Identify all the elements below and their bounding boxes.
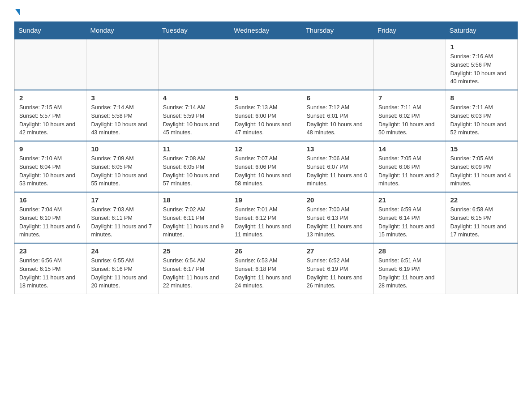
day-number: 25: [163, 247, 225, 255]
day-info: Sunrise: 7:11 AM Sunset: 6:02 PM Dayligh…: [378, 103, 441, 137]
calendar-cell: 15Sunrise: 7:05 AM Sunset: 6:09 PM Dayli…: [446, 141, 517, 192]
day-number: 12: [235, 145, 297, 153]
day-info: Sunrise: 7:10 AM Sunset: 6:04 PM Dayligh…: [19, 154, 82, 188]
day-info: Sunrise: 6:53 AM Sunset: 6:18 PM Dayligh…: [235, 257, 297, 290]
logo: [14, 11, 20, 14]
calendar-cell: 28Sunrise: 6:51 AM Sunset: 6:19 PM Dayli…: [374, 243, 446, 294]
day-info: Sunrise: 7:05 AM Sunset: 6:09 PM Dayligh…: [450, 154, 513, 188]
calendar-cell: [374, 39, 446, 90]
day-number: 27: [307, 247, 369, 255]
day-number: 1: [450, 43, 513, 51]
calendar-cell: 20Sunrise: 7:00 AM Sunset: 6:13 PM Dayli…: [302, 192, 373, 243]
calendar-cell: 6Sunrise: 7:12 AM Sunset: 6:01 PM Daylig…: [302, 90, 373, 141]
day-number: 14: [378, 145, 441, 153]
day-info: Sunrise: 7:02 AM Sunset: 6:11 PM Dayligh…: [163, 206, 225, 239]
day-info: Sunrise: 7:06 AM Sunset: 6:07 PM Dayligh…: [307, 154, 369, 188]
day-info: Sunrise: 7:14 AM Sunset: 5:58 PM Dayligh…: [91, 103, 153, 137]
day-info: Sunrise: 7:11 AM Sunset: 6:03 PM Dayligh…: [450, 103, 513, 137]
day-number: 7: [378, 94, 441, 102]
calendar-cell: 21Sunrise: 6:59 AM Sunset: 6:14 PM Dayli…: [374, 192, 446, 243]
calendar-week-row: 23Sunrise: 6:56 AM Sunset: 6:15 PM Dayli…: [15, 243, 518, 294]
day-info: Sunrise: 7:12 AM Sunset: 6:01 PM Dayligh…: [307, 103, 369, 137]
day-of-week-monday: Monday: [86, 22, 158, 39]
page-header: [14, 11, 518, 14]
calendar-cell: 9Sunrise: 7:10 AM Sunset: 6:04 PM Daylig…: [15, 141, 86, 192]
day-number: 17: [91, 196, 153, 204]
calendar-week-row: 16Sunrise: 7:04 AM Sunset: 6:10 PM Dayli…: [15, 192, 518, 243]
calendar-cell: 5Sunrise: 7:13 AM Sunset: 6:00 PM Daylig…: [230, 90, 302, 141]
day-info: Sunrise: 6:52 AM Sunset: 6:19 PM Dayligh…: [307, 257, 369, 290]
day-of-week-tuesday: Tuesday: [158, 22, 230, 39]
day-info: Sunrise: 7:08 AM Sunset: 6:05 PM Dayligh…: [163, 154, 225, 188]
day-number: 19: [235, 196, 297, 204]
day-number: 21: [378, 196, 441, 204]
day-info: Sunrise: 6:51 AM Sunset: 6:19 PM Dayligh…: [378, 257, 441, 290]
calendar-cell: 8Sunrise: 7:11 AM Sunset: 6:03 PM Daylig…: [446, 90, 517, 141]
day-info: Sunrise: 6:55 AM Sunset: 6:16 PM Dayligh…: [91, 257, 153, 290]
day-info: Sunrise: 6:59 AM Sunset: 6:14 PM Dayligh…: [378, 206, 441, 239]
calendar-cell: [86, 39, 158, 90]
day-number: 28: [378, 247, 441, 255]
calendar-cell: 2Sunrise: 7:15 AM Sunset: 5:57 PM Daylig…: [15, 90, 86, 141]
calendar-week-row: 9Sunrise: 7:10 AM Sunset: 6:04 PM Daylig…: [15, 141, 518, 192]
calendar-cell: 12Sunrise: 7:07 AM Sunset: 6:06 PM Dayli…: [230, 141, 302, 192]
calendar-cell: 25Sunrise: 6:54 AM Sunset: 6:17 PM Dayli…: [158, 243, 230, 294]
day-info: Sunrise: 7:05 AM Sunset: 6:08 PM Dayligh…: [378, 154, 441, 188]
day-info: Sunrise: 6:56 AM Sunset: 6:15 PM Dayligh…: [19, 257, 82, 290]
day-number: 15: [450, 145, 513, 153]
day-of-week-friday: Friday: [374, 22, 446, 39]
calendar-cell: 11Sunrise: 7:08 AM Sunset: 6:05 PM Dayli…: [158, 141, 230, 192]
day-number: 13: [307, 145, 369, 153]
day-info: Sunrise: 7:14 AM Sunset: 5:59 PM Dayligh…: [163, 103, 225, 137]
day-info: Sunrise: 6:58 AM Sunset: 6:15 PM Dayligh…: [450, 206, 513, 239]
day-number: 10: [91, 145, 153, 153]
calendar-cell: 14Sunrise: 7:05 AM Sunset: 6:08 PM Dayli…: [374, 141, 446, 192]
calendar-cell: 27Sunrise: 6:52 AM Sunset: 6:19 PM Dayli…: [302, 243, 373, 294]
day-number: 26: [235, 247, 297, 255]
day-number: 6: [307, 94, 369, 102]
day-number: 20: [307, 196, 369, 204]
day-number: 3: [91, 94, 153, 102]
calendar-cell: [15, 39, 86, 90]
calendar-cell: [446, 243, 517, 294]
calendar-cell: 18Sunrise: 7:02 AM Sunset: 6:11 PM Dayli…: [158, 192, 230, 243]
day-number: 2: [19, 94, 82, 102]
day-number: 5: [235, 94, 297, 102]
calendar-header-row: SundayMondayTuesdayWednesdayThursdayFrid…: [15, 22, 518, 39]
calendar-cell: 13Sunrise: 7:06 AM Sunset: 6:07 PM Dayli…: [302, 141, 373, 192]
day-info: Sunrise: 7:09 AM Sunset: 6:05 PM Dayligh…: [91, 154, 153, 188]
calendar-cell: 16Sunrise: 7:04 AM Sunset: 6:10 PM Dayli…: [15, 192, 86, 243]
day-info: Sunrise: 7:07 AM Sunset: 6:06 PM Dayligh…: [235, 154, 297, 188]
day-info: Sunrise: 7:00 AM Sunset: 6:13 PM Dayligh…: [307, 206, 369, 239]
calendar-cell: 19Sunrise: 7:01 AM Sunset: 6:12 PM Dayli…: [230, 192, 302, 243]
day-number: 23: [19, 247, 82, 255]
day-info: Sunrise: 7:01 AM Sunset: 6:12 PM Dayligh…: [235, 206, 297, 239]
day-of-week-saturday: Saturday: [446, 22, 517, 39]
day-number: 24: [91, 247, 153, 255]
logo-triangle-icon: [15, 9, 20, 15]
day-info: Sunrise: 7:15 AM Sunset: 5:57 PM Dayligh…: [19, 103, 82, 137]
calendar-cell: 22Sunrise: 6:58 AM Sunset: 6:15 PM Dayli…: [446, 192, 517, 243]
calendar-week-row: 1Sunrise: 7:16 AM Sunset: 5:56 PM Daylig…: [15, 39, 518, 90]
calendar-cell: 3Sunrise: 7:14 AM Sunset: 5:58 PM Daylig…: [86, 90, 158, 141]
calendar-cell: 1Sunrise: 7:16 AM Sunset: 5:56 PM Daylig…: [446, 39, 517, 90]
calendar-cell: 7Sunrise: 7:11 AM Sunset: 6:02 PM Daylig…: [374, 90, 446, 141]
calendar-table: SundayMondayTuesdayWednesdayThursdayFrid…: [14, 21, 518, 294]
day-info: Sunrise: 7:16 AM Sunset: 5:56 PM Dayligh…: [450, 52, 513, 86]
calendar-cell: 10Sunrise: 7:09 AM Sunset: 6:05 PM Dayli…: [86, 141, 158, 192]
calendar-cell: 23Sunrise: 6:56 AM Sunset: 6:15 PM Dayli…: [15, 243, 86, 294]
calendar-cell: [230, 39, 302, 90]
day-number: 11: [163, 145, 225, 153]
calendar-week-row: 2Sunrise: 7:15 AM Sunset: 5:57 PM Daylig…: [15, 90, 518, 141]
day-info: Sunrise: 7:03 AM Sunset: 6:11 PM Dayligh…: [91, 206, 153, 239]
day-info: Sunrise: 6:54 AM Sunset: 6:17 PM Dayligh…: [163, 257, 225, 290]
calendar-cell: 4Sunrise: 7:14 AM Sunset: 5:59 PM Daylig…: [158, 90, 230, 141]
day-info: Sunrise: 7:13 AM Sunset: 6:00 PM Dayligh…: [235, 103, 297, 137]
calendar-cell: 24Sunrise: 6:55 AM Sunset: 6:16 PM Dayli…: [86, 243, 158, 294]
day-number: 8: [450, 94, 513, 102]
day-number: 18: [163, 196, 225, 204]
day-number: 4: [163, 94, 225, 102]
calendar-cell: [302, 39, 373, 90]
day-number: 22: [450, 196, 513, 204]
calendar-cell: 17Sunrise: 7:03 AM Sunset: 6:11 PM Dayli…: [86, 192, 158, 243]
